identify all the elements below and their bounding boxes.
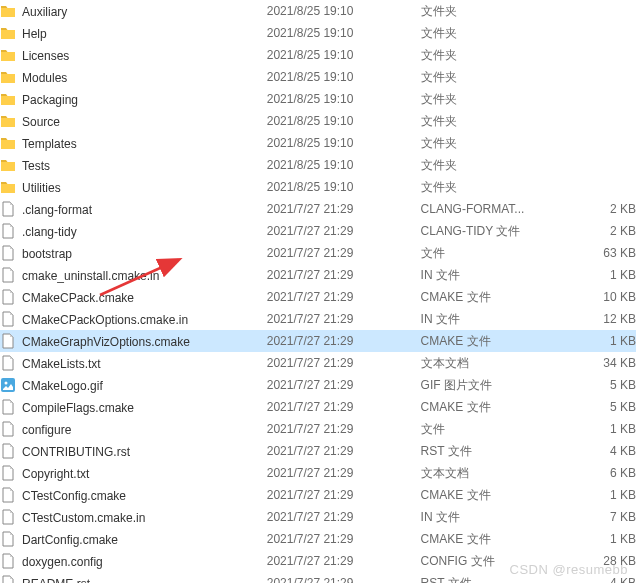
file-row[interactable]: configure2021/7/27 21:29文件1 KB <box>0 418 636 440</box>
file-date: 2021/7/27 21:29 <box>267 550 421 572</box>
file-row[interactable]: CTestCustom.cmake.in2021/7/27 21:29IN 文件… <box>0 506 636 528</box>
file-name: cmake_uninstall.cmake.in <box>22 269 159 283</box>
file-name: CMakeLists.txt <box>22 357 101 371</box>
file-name: CMakeLogo.gif <box>22 379 103 393</box>
file-size <box>554 66 636 88</box>
file-icon <box>0 421 16 437</box>
file-row[interactable]: Source2021/8/25 19:10文件夹 <box>0 110 636 132</box>
file-type: 文件夹 <box>421 44 554 66</box>
file-row[interactable]: CMakeLists.txt2021/7/27 21:29文本文档34 KB <box>0 352 636 374</box>
file-date: 2021/8/25 19:10 <box>267 66 421 88</box>
file-size: 4 KB <box>554 572 636 583</box>
file-date: 2021/8/25 19:10 <box>267 0 421 22</box>
file-row[interactable]: .clang-tidy2021/7/27 21:29CLANG-TIDY 文件2… <box>0 220 636 242</box>
file-icon <box>0 575 16 583</box>
file-size <box>554 110 636 132</box>
gif-icon <box>0 377 16 393</box>
file-icon <box>0 311 16 327</box>
folder-icon <box>0 135 16 151</box>
file-type: 文件夹 <box>421 88 554 110</box>
folder-icon <box>0 157 16 173</box>
svg-point-1 <box>5 382 8 385</box>
file-date: 2021/8/25 19:10 <box>267 88 421 110</box>
file-size <box>554 176 636 198</box>
file-size: 7 KB <box>554 506 636 528</box>
file-size: 10 KB <box>554 286 636 308</box>
file-row[interactable]: Auxiliary2021/8/25 19:10文件夹 <box>0 0 636 22</box>
file-row[interactable]: cmake_uninstall.cmake.in2021/7/27 21:29I… <box>0 264 636 286</box>
file-name: .clang-tidy <box>22 225 77 239</box>
file-date: 2021/7/27 21:29 <box>267 220 421 242</box>
file-icon <box>0 223 16 239</box>
file-name: .clang-format <box>22 203 92 217</box>
file-row[interactable]: .clang-format2021/7/27 21:29CLANG-FORMAT… <box>0 198 636 220</box>
file-size: 1 KB <box>554 484 636 506</box>
folder-icon <box>0 91 16 107</box>
file-row[interactable]: CTestConfig.cmake2021/7/27 21:29CMAKE 文件… <box>0 484 636 506</box>
file-listing[interactable]: Auxiliary2021/8/25 19:10文件夹Help2021/8/25… <box>0 0 636 583</box>
file-name: Modules <box>22 71 67 85</box>
file-icon <box>0 509 16 525</box>
file-name: CMakeGraphVizOptions.cmake <box>22 335 190 349</box>
file-name: Licenses <box>22 49 69 63</box>
file-row[interactable]: Help2021/8/25 19:10文件夹 <box>0 22 636 44</box>
file-size <box>554 22 636 44</box>
file-row[interactable]: Licenses2021/8/25 19:10文件夹 <box>0 44 636 66</box>
file-date: 2021/7/27 21:29 <box>267 286 421 308</box>
file-icon <box>0 289 16 305</box>
file-name: Packaging <box>22 93 78 107</box>
file-row[interactable]: Templates2021/8/25 19:10文件夹 <box>0 132 636 154</box>
file-icon <box>0 355 16 371</box>
file-type: CMAKE 文件 <box>421 396 554 418</box>
file-date: 2021/7/27 21:29 <box>267 418 421 440</box>
file-type: 文件 <box>421 242 554 264</box>
file-name: README.rst <box>22 577 90 583</box>
file-row[interactable]: Utilities2021/8/25 19:10文件夹 <box>0 176 636 198</box>
file-type: GIF 图片文件 <box>421 374 554 396</box>
file-date: 2021/7/27 21:29 <box>267 352 421 374</box>
file-type: 文件夹 <box>421 154 554 176</box>
file-date: 2021/7/27 21:29 <box>267 396 421 418</box>
file-name: CTestConfig.cmake <box>22 489 126 503</box>
file-name: Help <box>22 27 47 41</box>
file-row[interactable]: Packaging2021/8/25 19:10文件夹 <box>0 88 636 110</box>
file-type: IN 文件 <box>421 308 554 330</box>
folder-icon <box>0 113 16 129</box>
folder-icon <box>0 25 16 41</box>
file-type: CMAKE 文件 <box>421 286 554 308</box>
file-type: CMAKE 文件 <box>421 484 554 506</box>
file-name: Tests <box>22 159 50 173</box>
file-type: 文件夹 <box>421 0 554 22</box>
file-row[interactable]: CMakeCPack.cmake2021/7/27 21:29CMAKE 文件1… <box>0 286 636 308</box>
file-date: 2021/7/27 21:29 <box>267 264 421 286</box>
file-type: RST 文件 <box>421 572 554 583</box>
file-size: 2 KB <box>554 220 636 242</box>
file-row[interactable]: CompileFlags.cmake2021/7/27 21:29CMAKE 文… <box>0 396 636 418</box>
file-row[interactable]: README.rst2021/7/27 21:29RST 文件4 KB <box>0 572 636 583</box>
file-row[interactable]: bootstrap2021/7/27 21:29文件63 KB <box>0 242 636 264</box>
file-row[interactable]: Tests2021/8/25 19:10文件夹 <box>0 154 636 176</box>
file-size: 28 KB <box>554 550 636 572</box>
file-row[interactable]: doxygen.config2021/7/27 21:29CONFIG 文件28… <box>0 550 636 572</box>
file-row[interactable]: CMakeGraphVizOptions.cmake2021/7/27 21:2… <box>0 330 636 352</box>
file-name: CompileFlags.cmake <box>22 401 134 415</box>
file-row[interactable]: DartConfig.cmake2021/7/27 21:29CMAKE 文件1… <box>0 528 636 550</box>
file-type: CMAKE 文件 <box>421 528 554 550</box>
file-icon <box>0 245 16 261</box>
file-name: configure <box>22 423 71 437</box>
file-row[interactable]: Modules2021/8/25 19:10文件夹 <box>0 66 636 88</box>
file-icon <box>0 465 16 481</box>
file-date: 2021/7/27 21:29 <box>267 308 421 330</box>
file-type: IN 文件 <box>421 506 554 528</box>
file-size: 1 KB <box>554 418 636 440</box>
file-row[interactable]: CONTRIBUTING.rst2021/7/27 21:29RST 文件4 K… <box>0 440 636 462</box>
file-row[interactable]: CMakeCPackOptions.cmake.in2021/7/27 21:2… <box>0 308 636 330</box>
file-date: 2021/7/27 21:29 <box>267 462 421 484</box>
file-type: CMAKE 文件 <box>421 330 554 352</box>
file-type: 文件夹 <box>421 66 554 88</box>
file-name: Auxiliary <box>22 5 67 19</box>
file-icon <box>0 553 16 569</box>
file-row[interactable]: Copyright.txt2021/7/27 21:29文本文档6 KB <box>0 462 636 484</box>
file-type: IN 文件 <box>421 264 554 286</box>
file-row[interactable]: CMakeLogo.gif2021/7/27 21:29GIF 图片文件5 KB <box>0 374 636 396</box>
